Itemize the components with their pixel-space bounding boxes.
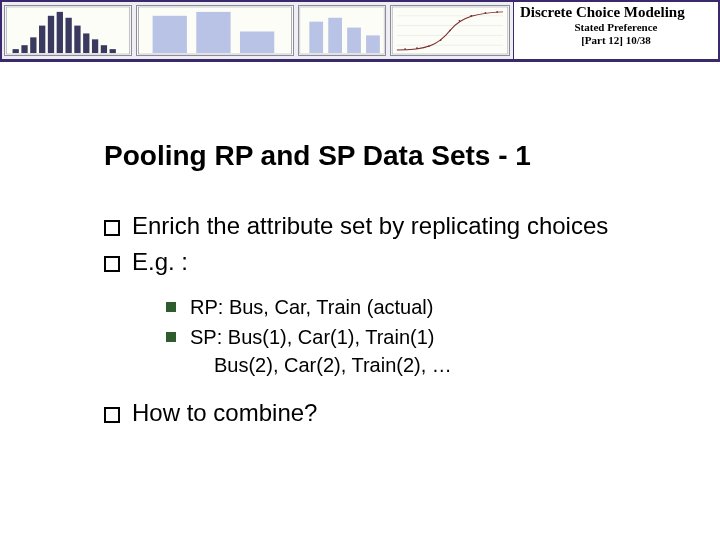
svg-point-32 [458, 20, 460, 22]
mini-chart-sigmoid [390, 5, 510, 56]
svg-rect-15 [196, 12, 230, 53]
slide-title: Pooling RP and SP Data Sets - 1 [104, 140, 680, 172]
bullet-text: E.g. : [132, 248, 188, 275]
svg-rect-11 [101, 45, 107, 53]
svg-rect-19 [328, 18, 342, 53]
course-title: Discrete Choice Modeling [520, 4, 712, 21]
bullet-item: Enrich the attribute set by replicating … [104, 210, 680, 242]
svg-rect-7 [65, 18, 71, 53]
header-banner: Discrete Choice Modeling Stated Preferen… [0, 0, 720, 62]
bullet-item: E.g. : RP: Bus, Car, Train (actual) SP: … [104, 246, 680, 378]
svg-point-34 [484, 12, 486, 14]
slide: Discrete Choice Modeling Stated Preferen… [0, 0, 720, 540]
course-subtitle: Stated Preference [520, 21, 712, 33]
svg-point-30 [440, 40, 442, 42]
mini-chart-bars-few [136, 5, 294, 56]
svg-rect-16 [240, 31, 274, 53]
bullet-text: How to combine? [132, 399, 317, 426]
sub-bullet-text: RP: Bus, Car, Train (actual) [190, 296, 433, 318]
svg-point-28 [416, 47, 418, 49]
svg-rect-6 [57, 12, 63, 53]
svg-rect-8 [74, 26, 80, 53]
mini-chart-bars-small [298, 5, 386, 56]
sub-bullet-list: RP: Bus, Car, Train (actual) SP: Bus(1),… [166, 293, 680, 379]
bullet-item: How to combine? [104, 397, 680, 429]
header-charts-strip [2, 2, 513, 59]
svg-point-33 [470, 15, 472, 17]
svg-rect-20 [347, 28, 361, 53]
sub-bullet-item: RP: Bus, Car, Train (actual) [166, 293, 680, 321]
svg-point-29 [428, 45, 430, 47]
svg-rect-3 [30, 37, 36, 53]
svg-point-35 [496, 11, 498, 13]
svg-point-27 [404, 48, 406, 50]
mini-chart-histogram [4, 5, 132, 56]
sub-bullet-continuation: Bus(2), Car(2), Train(2), … [190, 351, 680, 379]
sub-bullet-item: SP: Bus(1), Car(1), Train(1) Bus(2), Car… [166, 323, 680, 379]
svg-rect-14 [153, 16, 187, 53]
bullet-list: Enrich the attribute set by replicating … [104, 210, 680, 429]
svg-rect-4 [39, 26, 45, 53]
svg-rect-1 [13, 49, 19, 53]
header-right-block: Discrete Choice Modeling Stated Preferen… [513, 2, 718, 59]
svg-rect-21 [366, 35, 380, 53]
svg-rect-9 [83, 33, 89, 53]
svg-rect-12 [110, 49, 116, 53]
svg-rect-18 [309, 22, 323, 53]
slide-body: Pooling RP and SP Data Sets - 1 Enrich t… [0, 62, 720, 429]
svg-point-31 [449, 30, 451, 32]
svg-rect-5 [48, 16, 54, 53]
svg-rect-10 [92, 39, 98, 53]
sub-bullet-text: SP: Bus(1), Car(1), Train(1) [190, 326, 435, 348]
bullet-text: Enrich the attribute set by replicating … [132, 212, 608, 239]
part-indicator: [Part 12] 10/38 [520, 34, 712, 46]
svg-rect-2 [21, 45, 27, 53]
